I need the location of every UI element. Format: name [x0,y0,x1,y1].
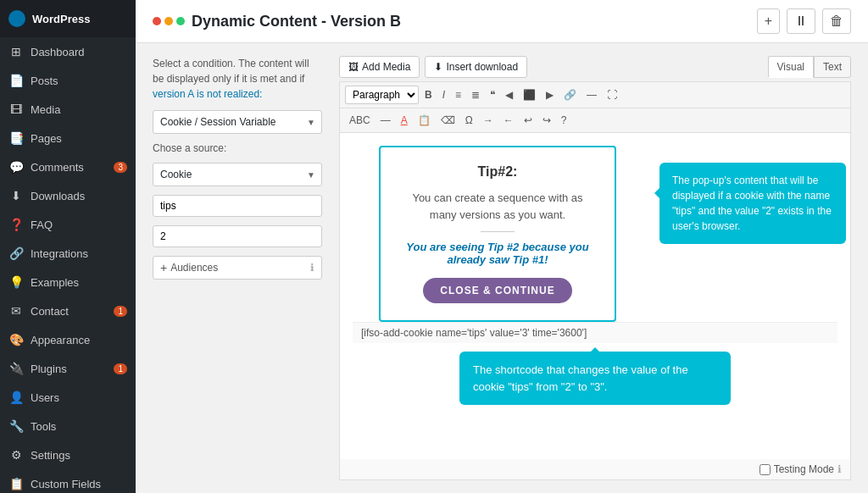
tip-card: Tip#2: You can create a sequence with as… [379,146,616,322]
strikethrough-button[interactable]: ABC [345,112,375,129]
align-center-button[interactable]: ⬛ [519,86,540,103]
source-select[interactable]: Cookie Session Variable [153,163,322,186]
text-tab[interactable]: Text [814,56,851,78]
outdent-button[interactable]: ← [499,112,518,129]
clear-formatting-button[interactable]: ⌫ [437,112,459,129]
header-dot-yellow [164,17,173,25]
link-button[interactable]: 🔗 [559,86,581,103]
ordered-list-button[interactable]: ≣ [467,86,484,103]
sidebar-item-label: Contact [31,305,69,318]
cookie-name-input[interactable]: tips [153,195,322,217]
italic-button[interactable]: I [438,86,449,103]
plus-icon: + [160,261,167,274]
sidebar-item-pages[interactable]: 📑 Pages [0,124,136,152]
hr-button[interactable]: — [376,112,395,129]
sidebar-item-posts[interactable]: 📄 Posts [0,66,136,95]
special-chars-button[interactable]: Ω [461,112,477,129]
integrations-icon: 🔗 [8,246,24,260]
sidebar-item-label: Plugins [31,363,67,375]
audiences-info-icon: ℹ [310,262,314,274]
sidebar-item-label: FAQ [31,219,53,231]
tip-body1: You can create a sequence with as many v… [398,190,598,223]
close-continue-button[interactable]: CLOSE & CONTINUE [423,278,571,303]
condition-select[interactable]: Cookie / Session Variable URL Parameter … [153,110,322,134]
insert-download-button[interactable]: ⬇ Insert download [425,56,527,78]
visual-tab[interactable]: Visual [768,56,814,78]
sidebar-item-label: Appearance [31,334,90,346]
sidebar-item-integrations[interactable]: 🔗 Integrations [0,239,136,268]
pause-button[interactable]: ⏸ [787,8,815,34]
bottom-tooltip: The shortcode that changes the value of … [459,352,731,405]
tip-title: Tip#2: [398,164,598,180]
audiences-label: Audiences [170,262,218,274]
editor-tooltip-bubble: The pop-up's content that will be displa… [659,163,846,244]
testing-mode-label: Testing Mode [774,463,834,475]
add-media-button[interactable]: 🖼 Add Media [339,56,420,78]
undo-button[interactable]: ↩ [520,112,537,129]
paste-button[interactable]: 📋 [414,112,435,129]
sidebar-item-dashboard[interactable]: ⊞ Dashboard [0,37,136,66]
appearance-icon: 🎨 [8,333,24,346]
header-dot-red [153,17,161,25]
sidebar-logo: WordPress [0,0,136,37]
unordered-list-button[interactable]: ≡ [451,86,465,103]
indent-button[interactable]: → [479,112,498,129]
users-icon: 👤 [8,391,24,404]
wp-toolbar-row2: ABC — A 📋 ⌫ Ω → ← ↩ ↪ ? [339,108,851,132]
editor-area: Tip#2: You can create a sequence with as… [339,132,851,480]
horizontal-rule-button[interactable]: — [582,86,601,103]
contact-icon: ✉ [8,304,24,318]
fullscreen-button[interactable]: ⛶ [603,86,621,103]
sidebar-item-label: Pages [31,132,62,145]
left-panel: Select a condition. The content will be … [153,56,322,480]
editor-content-row: Tip#2: You can create a sequence with as… [353,146,837,322]
source-select-wrapper: Cookie Session Variable ▼ [153,163,322,186]
sidebar-item-plugins[interactable]: 🔌 Plugins 1 [0,354,136,383]
text-color-button[interactable]: A [397,112,412,129]
testing-mode-checkbox[interactable] [760,464,771,475]
align-right-button[interactable]: ▶ [542,86,558,103]
add-version-button[interactable]: + [757,8,780,34]
sidebar-item-examples[interactable]: 💡 Examples [0,268,136,296]
sidebar-item-comments[interactable]: 💬 Comments 3 [0,152,136,181]
insert-download-label: Insert download [446,61,518,73]
paragraph-select[interactable]: Paragraph Heading 1 Heading 2 [345,86,419,104]
bold-button[interactable]: B [420,86,437,103]
examples-icon: 💡 [8,275,24,289]
sidebar-item-settings[interactable]: ⚙ Settings [0,440,136,469]
tools-icon: 🔧 [8,419,24,433]
sidebar: WordPress ⊞ Dashboard 📄 Posts 🎞 Media 📑 … [0,0,136,493]
editor-inner[interactable]: Tip#2: You can create a sequence with as… [340,133,850,459]
redo-button[interactable]: ↪ [538,112,555,129]
downloads-icon: ⬇ [8,189,24,202]
blockquote-button[interactable]: ❝ [486,86,499,103]
sidebar-logo-text: WordPress [32,13,90,25]
sidebar-item-label: Dashboard [31,46,85,58]
align-left-button[interactable]: ◀ [501,86,517,103]
sidebar-item-users[interactable]: 👤 Users [0,383,136,412]
sidebar-item-downloads[interactable]: ⬇ Downloads [0,181,136,210]
custom-fields-icon: 📋 [8,477,24,490]
shortcode-text: [ifso-add-cookie name='tips' value='3' t… [361,327,587,339]
delete-button[interactable]: 🗑 [822,8,851,34]
tip-card-container: Tip#2: You can create a sequence with as… [353,146,643,322]
cookie-value-input[interactable]: 2 [153,225,322,247]
source-label: Chose a source: [153,142,322,154]
plugins-badge: 1 [114,363,127,374]
view-tabs: Visual Text [768,56,851,78]
condition-description: Select a condition. The content will be … [153,56,322,102]
audiences-row[interactable]: + Audiences ℹ [153,256,322,280]
sidebar-item-custom-fields[interactable]: 📋 Custom Fields [0,469,136,493]
sidebar-item-appearance[interactable]: 🎨 Appearance [0,325,136,354]
header-actions: + ⏸ 🗑 [757,8,851,34]
sidebar-item-tools[interactable]: 🔧 Tools [0,412,136,440]
sidebar-item-contact[interactable]: ✉ Contact 1 [0,296,136,325]
sidebar-item-faq[interactable]: ❓ FAQ [0,210,136,239]
help-button[interactable]: ? [557,112,571,129]
right-panel: 🖼 Add Media ⬇ Insert download Visual Tex… [339,56,851,480]
sidebar-item-label: Media [31,103,60,116]
bottom-tooltip-container: The shortcode that changes the value of … [353,347,837,405]
tip-divider [481,231,515,232]
sidebar-item-media[interactable]: 🎞 Media [0,95,136,124]
sidebar-item-label: Comments [31,161,84,174]
